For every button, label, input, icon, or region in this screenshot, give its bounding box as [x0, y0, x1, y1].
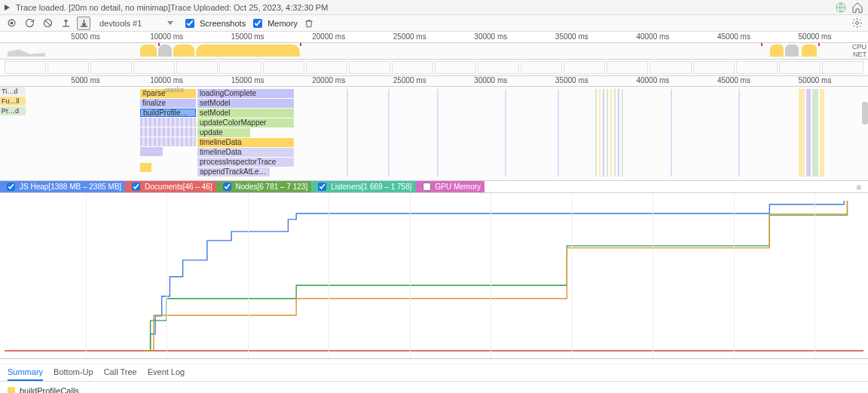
flame-entry[interactable] [140, 127, 196, 137]
globe-icon[interactable] [835, 2, 847, 14]
session-dropdown[interactable]: devtools #1 [95, 19, 178, 28]
memory-checkbox-input[interactable] [253, 19, 262, 28]
counter-nodes[interactable]: Nodes[6 781 – 7 123] [216, 181, 312, 192]
thumbnail[interactable] [263, 61, 304, 74]
memory-checkbox[interactable]: Memory [250, 17, 298, 30]
flame-ruler[interactable]: 5000 ms10000 ms15000 ms20000 ms25000 ms3… [0, 76, 868, 87]
ruler-tick: 20000 ms [312, 32, 345, 41]
thumbnail[interactable] [306, 61, 347, 74]
memory-label: Memory [267, 19, 298, 28]
scrollbar-thumb[interactable] [862, 102, 868, 124]
upload-button[interactable] [59, 17, 72, 30]
flame-column: #parse finalize buildProfileCalls [140, 89, 196, 173]
counter-nodes-checkbox[interactable] [223, 183, 231, 191]
flame-entry[interactable]: setModel [197, 99, 294, 108]
microtasks-label: otasks [164, 87, 184, 94]
counters-menu-icon[interactable]: ≡ [857, 183, 862, 192]
thumbnail[interactable] [649, 61, 691, 74]
counter-listeners-checkbox[interactable] [318, 183, 326, 191]
counter-js-heap[interactable]: JS Heap[1388 MB – 2385 MB] [0, 181, 125, 192]
thumbnail[interactable] [822, 61, 863, 74]
record-button[interactable] [5, 17, 18, 30]
flame-entry[interactable]: loadingComplete [197, 89, 294, 98]
ruler-tick: 30000 ms [474, 76, 507, 84]
screenshots-checkbox[interactable]: Screenshots [182, 17, 246, 30]
download-button[interactable] [77, 17, 90, 30]
thumbnail[interactable] [90, 61, 132, 74]
flame-entry[interactable]: timelineData [197, 138, 294, 147]
thumbnail[interactable] [176, 61, 218, 74]
thumbnail[interactable] [564, 61, 605, 74]
counter-gpu-memory[interactable]: GPU Memory [416, 181, 485, 192]
counter-gpu-memory-checkbox[interactable] [423, 183, 431, 191]
thumbnail[interactable] [392, 61, 433, 74]
thumbnail[interactable] [47, 61, 89, 74]
flame-entry[interactable]: appendTrackAtLevel [197, 167, 270, 177]
counter-nodes-label: Nodes[6 781 – 7 123] [236, 183, 308, 191]
flame-entry[interactable]: update [197, 128, 250, 137]
tab-call-tree[interactable]: Call Tree [104, 364, 137, 381]
reload-button[interactable] [23, 17, 36, 30]
flame-entry[interactable] [140, 118, 196, 127]
memory-graph[interactable] [0, 193, 868, 359]
flame-entry[interactable] [140, 147, 163, 156]
graph-gridline [248, 193, 249, 358]
ruler-tick: 40000 ms [636, 76, 669, 84]
track-label[interactable]: Fu…ll [0, 97, 26, 106]
summary-content: buildProfileCalls [0, 382, 868, 393]
flame-entry[interactable]: setModel [197, 109, 294, 118]
screenshot-thumbnails[interactable] [0, 60, 868, 76]
overview-marker [158, 43, 160, 46]
ruler-tick: 20000 ms [312, 76, 345, 84]
ruler-tick: 40000 ms [636, 32, 669, 41]
counter-documents[interactable]: Documents[46 – 46] [125, 181, 216, 192]
screenshots-checkbox-input[interactable] [185, 19, 194, 28]
overview-activity [196, 45, 300, 57]
tab-bottom-up[interactable]: Bottom-Up [53, 364, 93, 381]
flame-entry[interactable] [140, 137, 196, 146]
details-tabs: Summary Bottom-Up Call Tree Event Log [0, 364, 868, 382]
flame-entry[interactable]: finalize [140, 99, 196, 108]
flame-entry[interactable] [140, 163, 151, 172]
clear-button[interactable] [41, 17, 54, 30]
flame-chart[interactable]: Ti…d Fu…ll Pr…d otasks #parse finalize b… [0, 87, 868, 181]
track-label[interactable]: Pr…d [0, 106, 26, 115]
graph-gridline [491, 193, 491, 358]
collect-garbage-button[interactable] [302, 17, 316, 30]
settings-button[interactable] [850, 17, 863, 30]
track-label[interactable]: Ti…d [0, 87, 26, 96]
thumbnail[interactable] [133, 61, 175, 74]
thumbnail[interactable] [779, 61, 821, 74]
graph-gridline [815, 193, 815, 358]
counter-js-heap-checkbox[interactable] [7, 183, 15, 191]
tab-summary[interactable]: Summary [8, 364, 43, 381]
thumbnail[interactable] [435, 61, 476, 74]
thumbnail[interactable] [736, 61, 778, 74]
flame-column: loadingComplete setModel setModel update… [197, 89, 294, 177]
thumbnail[interactable] [349, 61, 390, 74]
thumbnail[interactable] [5, 61, 46, 74]
summary-swatch [8, 387, 15, 393]
counter-gpu-memory-label: GPU Memory [436, 183, 481, 191]
counter-documents-checkbox[interactable] [132, 183, 140, 191]
flame-entry-selected[interactable]: buildProfileCalls [140, 109, 196, 117]
ruler-tick: 5000 ms [71, 76, 99, 84]
overview-strip[interactable]: CPU NET [0, 43, 868, 60]
graph-gridline [86, 193, 87, 358]
session-dropdown-label: devtools #1 [99, 19, 142, 28]
thumbnail[interactable] [478, 61, 519, 74]
thumbnail[interactable] [607, 61, 648, 74]
overview-ruler[interactable]: 5000 ms10000 ms15000 ms20000 ms25000 ms3… [0, 32, 868, 43]
thumbnail[interactable] [693, 61, 735, 74]
home-icon[interactable] [851, 2, 863, 14]
flame-entry[interactable]: timelineData [197, 148, 294, 157]
overview-activity [785, 45, 799, 57]
thumbnail[interactable] [219, 61, 261, 74]
flame-entry[interactable]: updateColorMapper [197, 118, 294, 127]
ruler-tick: 50000 ms [799, 76, 832, 84]
ruler-tick: 15000 ms [231, 76, 264, 84]
counter-listeners[interactable]: Listeners[1 669 – 1 758] [311, 181, 415, 192]
flame-entry[interactable]: processInspectorTrace [197, 158, 294, 167]
thumbnail[interactable] [521, 61, 562, 74]
tab-event-log[interactable]: Event Log [148, 364, 185, 381]
